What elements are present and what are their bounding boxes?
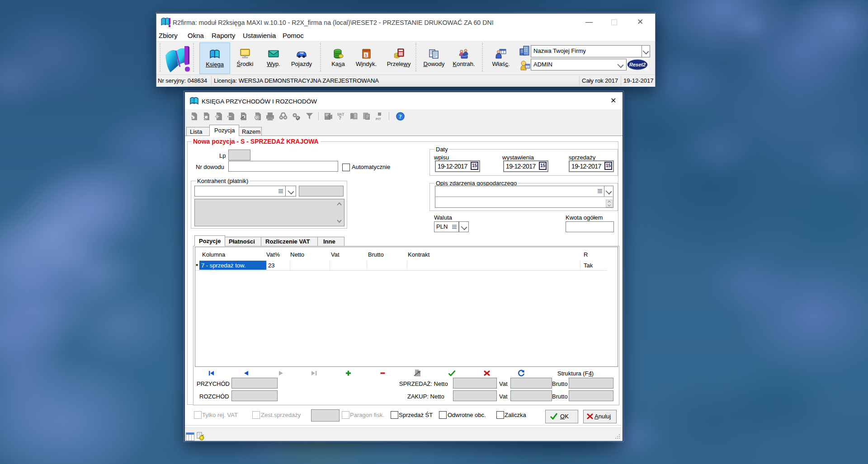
svg-text:1: 1 [365,53,367,57]
svg-text:PIT: PIT [376,117,381,121]
svg-text:Reset2: Reset2 [629,62,646,67]
svg-text:!: ! [329,115,330,120]
svg-text:?: ? [399,113,402,120]
svg-text:?: ? [339,116,341,121]
